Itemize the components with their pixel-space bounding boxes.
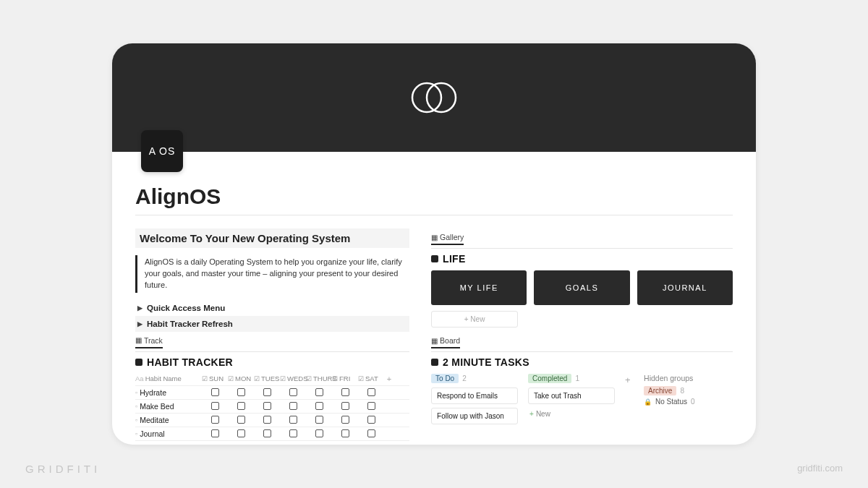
lock-icon: 🔒: [644, 398, 652, 406]
checkbox[interactable]: [263, 429, 271, 437]
page-icon: ▫: [135, 430, 137, 437]
triangle-right-icon: ▶: [137, 320, 142, 328]
col-fri[interactable]: ☑FRI: [332, 374, 358, 382]
checkbox[interactable]: [367, 402, 375, 410]
tab-track[interactable]: ▦ Track: [135, 336, 163, 348]
column-count: 2: [462, 374, 467, 382]
checkbox[interactable]: [341, 388, 349, 396]
checkbox-icon: ☑: [358, 375, 364, 382]
card-my-life[interactable]: MY LIFE: [431, 270, 527, 305]
group-label: No Status: [655, 398, 687, 406]
kanban-board: To Do 2 Respond to Emails Follow up with…: [431, 374, 733, 428]
table-row[interactable]: ▫Meditate: [135, 414, 409, 427]
col-sat[interactable]: ☑SAT: [358, 374, 384, 382]
card-journal[interactable]: JOURNAL: [637, 270, 733, 305]
checkbox[interactable]: [237, 402, 245, 410]
add-column-button[interactable]: +: [625, 374, 634, 428]
card-label: JOURNAL: [663, 283, 707, 292]
checkbox[interactable]: [341, 429, 349, 437]
checkbox[interactable]: [289, 388, 297, 396]
column-header[interactable]: To Do 2: [431, 374, 518, 383]
toggle-habit-refresh[interactable]: ▶ Habit Tracker Refresh: [135, 316, 409, 332]
column-header[interactable]: Completed 1: [528, 374, 615, 383]
square-icon: [431, 359, 438, 366]
hidden-group-archive[interactable]: Archive 8: [644, 386, 745, 395]
col-tues[interactable]: ☑TUES: [254, 374, 280, 382]
watermark-brand: GRIDFITI: [25, 463, 101, 475]
hidden-group-nostatus[interactable]: 🔒 No Status 0: [644, 398, 745, 406]
checkbox[interactable]: [211, 429, 219, 437]
checkbox[interactable]: [263, 416, 271, 424]
col-label: WEDS: [287, 374, 308, 382]
col-habit-name[interactable]: Aa Habit Name: [135, 374, 202, 382]
checkbox[interactable]: [211, 402, 219, 410]
checkbox[interactable]: [211, 416, 219, 424]
task-card[interactable]: Take out Trash: [528, 388, 615, 404]
table-row[interactable]: ▫Make Bed: [135, 400, 409, 414]
tab-label: Gallery: [440, 233, 464, 241]
checkbox[interactable]: [315, 416, 323, 424]
card-title: Follow up with Jason: [437, 412, 504, 420]
new-label: + New: [464, 315, 485, 323]
checkbox[interactable]: [263, 388, 271, 396]
col-mon[interactable]: ☑MON: [228, 374, 254, 382]
toggle-label: Habit Tracker Refresh: [147, 320, 233, 328]
card-title: Take out Trash: [534, 392, 582, 400]
checkbox[interactable]: [315, 402, 323, 410]
toggle-quick-access[interactable]: ▶ Quick Access Menu: [135, 300, 409, 316]
view-tabs: ▦ Gallery: [431, 233, 733, 249]
status-tag: Archive: [644, 386, 676, 395]
watermark-url: gridfiti.com: [797, 463, 843, 474]
checkbox[interactable]: [211, 388, 219, 396]
task-card[interactable]: Respond to Emails: [431, 388, 518, 404]
checkbox[interactable]: [341, 416, 349, 424]
col-sun[interactable]: ☑SUN: [202, 374, 228, 382]
table-row[interactable]: ▫Journal: [135, 427, 409, 441]
section-title-text: HABIT TRACKER: [147, 356, 233, 368]
section-title-text: LIFE: [443, 253, 466, 265]
card-label: MY LIFE: [460, 283, 498, 292]
checkbox[interactable]: [289, 402, 297, 410]
checkbox[interactable]: [315, 429, 323, 437]
checkbox[interactable]: [367, 388, 375, 396]
text-property-icon: Aa: [135, 374, 144, 382]
col-weds[interactable]: ☑WEDS: [280, 374, 306, 382]
checkbox[interactable]: [289, 429, 297, 437]
row-name: Hydrate: [140, 388, 166, 397]
checkbox[interactable]: [237, 416, 245, 424]
checkbox[interactable]: [341, 402, 349, 410]
page-icon: ▫: [135, 416, 137, 424]
checkbox[interactable]: [289, 416, 297, 424]
checkbox[interactable]: [315, 388, 323, 396]
new-card-button[interactable]: + New: [431, 311, 518, 328]
tab-gallery[interactable]: ▦ Gallery: [431, 233, 464, 245]
table-icon: ▦: [135, 336, 142, 344]
page-icon: ▫: [135, 403, 137, 410]
habit-tracker-title: HABIT TRACKER: [135, 356, 409, 368]
square-icon: [135, 359, 142, 366]
col-label: SAT: [365, 374, 378, 382]
col-label: SUN: [209, 374, 224, 382]
card-label: GOALS: [566, 283, 598, 292]
page-icon-label: A OS: [149, 145, 176, 157]
checkbox[interactable]: [237, 429, 245, 437]
add-column-button[interactable]: +: [384, 374, 394, 383]
tab-board[interactable]: ▦ Board: [431, 336, 460, 348]
checkbox-icon: ☑: [254, 375, 260, 382]
checkbox[interactable]: [263, 402, 271, 410]
col-label: Habit Name: [145, 374, 182, 382]
tracker-header-row: Aa Habit Name ☑SUN ☑MON ☑TUES ☑WEDS ☑THU…: [135, 372, 409, 386]
view-tabs: ▦ Track: [135, 336, 409, 352]
checkbox[interactable]: [367, 416, 375, 424]
checkbox[interactable]: [237, 388, 245, 396]
board-column-completed: Completed 1 Take out Trash + New: [528, 374, 615, 428]
page-icon[interactable]: A OS: [141, 130, 183, 172]
checkbox[interactable]: [367, 429, 375, 437]
task-card[interactable]: Follow up with Jason: [431, 408, 518, 424]
col-thurs[interactable]: ☑THURS: [306, 374, 332, 382]
new-task-button[interactable]: + New: [528, 408, 615, 420]
card-goals[interactable]: GOALS: [534, 270, 629, 305]
table-row[interactable]: ▫Hydrate: [135, 386, 409, 400]
overlapping-circles-icon: [405, 80, 463, 116]
board-column-todo: To Do 2 Respond to Emails Follow up with…: [431, 374, 518, 428]
